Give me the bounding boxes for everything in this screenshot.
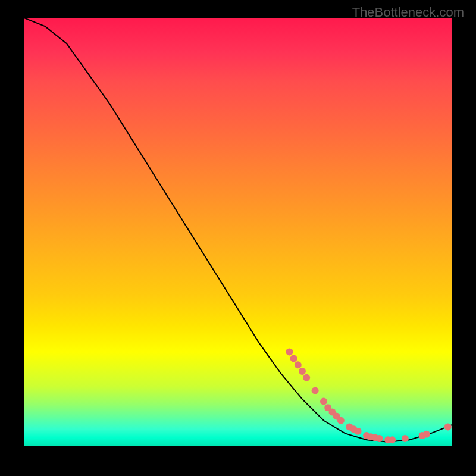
- data-points-group: [286, 349, 451, 444]
- bottleneck-curve: [24, 18, 452, 442]
- chart-svg: [24, 18, 452, 446]
- data-point: [286, 349, 293, 356]
- chart-container: [24, 18, 452, 446]
- data-point: [402, 435, 409, 442]
- data-point: [320, 397, 327, 405]
- data-point: [444, 424, 452, 431]
- data-point: [423, 431, 430, 438]
- data-point: [312, 387, 319, 394]
- data-point: [337, 417, 345, 424]
- data-point: [355, 428, 362, 435]
- data-point: [290, 355, 298, 362]
- data-point: [295, 361, 302, 368]
- watermark-text: TheBottleneck.com: [352, 5, 464, 20]
- data-point: [389, 436, 396, 443]
- data-point: [299, 368, 306, 375]
- data-point: [303, 374, 310, 381]
- data-point: [376, 435, 383, 442]
